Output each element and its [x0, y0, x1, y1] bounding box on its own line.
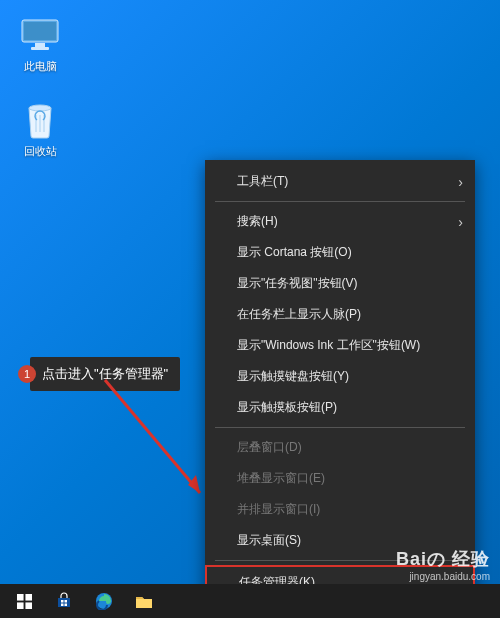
svg-rect-12	[65, 600, 68, 603]
edge-icon	[95, 592, 113, 610]
menu-item-windows-ink[interactable]: 显示"Windows Ink 工作区"按钮(W)	[205, 330, 475, 361]
svg-rect-3	[31, 47, 49, 50]
annotation-badge: 1	[18, 365, 36, 383]
menu-item-cascade: 层叠窗口(D)	[205, 432, 475, 463]
menu-separator	[215, 427, 465, 428]
taskbar-explorer[interactable]	[124, 584, 164, 618]
menu-item-task-view[interactable]: 显示"任务视图"按钮(V)	[205, 268, 475, 299]
svg-marker-6	[188, 475, 200, 493]
desktop: 此电脑 回收站 1 点击进入"任务管理器" 工具栏(T) › 搜索(H) › 显…	[0, 0, 500, 618]
menu-item-touch-keyboard[interactable]: 显示触摸键盘按钮(Y)	[205, 361, 475, 392]
menu-item-cortana[interactable]: 显示 Cortana 按钮(O)	[205, 237, 475, 268]
menu-separator	[215, 201, 465, 202]
monitor-icon	[20, 15, 60, 55]
menu-item-search[interactable]: 搜索(H) ›	[205, 206, 475, 237]
store-icon	[55, 592, 73, 610]
recycle-bin-icon	[20, 100, 60, 140]
menu-item-toolbars[interactable]: 工具栏(T) ›	[205, 166, 475, 197]
svg-rect-11	[61, 600, 64, 603]
menu-item-touchpad[interactable]: 显示触摸板按钮(P)	[205, 392, 475, 423]
svg-line-5	[105, 380, 200, 493]
svg-rect-8	[25, 594, 32, 601]
watermark: Baiの 经验 jingyan.baidu.com	[396, 547, 490, 582]
svg-rect-14	[65, 604, 68, 607]
svg-rect-1	[24, 22, 56, 40]
menu-item-stacked: 堆叠显示窗口(E)	[205, 463, 475, 494]
taskbar-store[interactable]	[44, 584, 84, 618]
svg-rect-2	[35, 43, 45, 47]
chevron-right-icon: ›	[458, 214, 463, 230]
windows-icon	[17, 594, 32, 609]
annotation-tooltip: 1 点击进入"任务管理器"	[30, 357, 180, 391]
svg-rect-10	[25, 602, 32, 609]
taskbar-edge[interactable]	[84, 584, 124, 618]
icon-label: 此电脑	[10, 59, 70, 74]
taskbar[interactable]	[0, 584, 500, 618]
svg-rect-13	[61, 604, 64, 607]
watermark-brand: Baiの 经验	[396, 547, 490, 571]
start-button[interactable]	[4, 584, 44, 618]
menu-item-people[interactable]: 在任务栏上显示人脉(P)	[205, 299, 475, 330]
icon-label: 回收站	[10, 144, 70, 159]
chevron-right-icon: ›	[458, 174, 463, 190]
watermark-url: jingyan.baidu.com	[396, 571, 490, 582]
svg-point-4	[29, 105, 51, 111]
menu-item-side-by-side: 并排显示窗口(I)	[205, 494, 475, 525]
annotation-arrow	[100, 375, 220, 505]
annotation-text: 点击进入"任务管理器"	[42, 365, 168, 383]
svg-rect-9	[17, 602, 24, 609]
desktop-icon-recycle-bin[interactable]: 回收站	[10, 100, 70, 159]
svg-rect-7	[17, 594, 24, 601]
desktop-icon-this-pc[interactable]: 此电脑	[10, 15, 70, 74]
folder-icon	[135, 594, 153, 609]
